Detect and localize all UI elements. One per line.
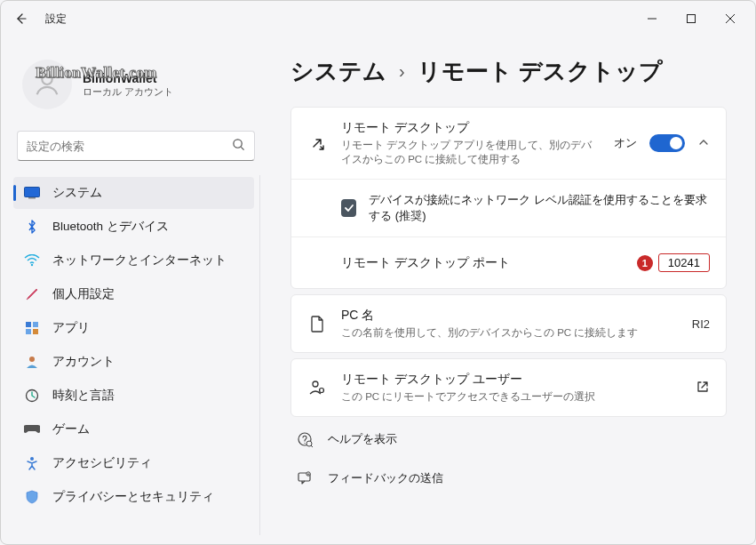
- nav-item-bluetooth[interactable]: Bluetooth とデバイス: [13, 211, 254, 243]
- svg-point-12: [29, 357, 35, 362]
- remote-title: リモート デスクトップ: [341, 120, 600, 136]
- window-title: 設定: [45, 12, 67, 27]
- remote-desktop-row[interactable]: リモート デスクトップ リモート デスクトップ アプリを使用して、別のデバイスか…: [291, 108, 726, 179]
- accessibility-icon: [24, 455, 40, 471]
- svg-rect-9: [33, 322, 38, 327]
- annotation-badge: 1: [637, 255, 653, 271]
- pc-name-row: PC 名 この名前を使用して、別のデバイスからこの PC に接続します RI2: [291, 295, 726, 352]
- nav-label: Bluetooth とデバイス: [52, 219, 169, 235]
- pcname-desc: この名前を使用して、別のデバイスからこの PC に接続します: [341, 325, 678, 340]
- nav-label: アカウント: [52, 354, 115, 370]
- svg-point-15: [313, 381, 318, 387]
- feedback-label: フィードバックの送信: [328, 470, 443, 486]
- nav-item-system[interactable]: システム: [13, 177, 254, 209]
- remote-icon: [307, 134, 327, 152]
- svg-rect-6: [28, 197, 36, 199]
- gamepad-icon: [24, 421, 40, 437]
- nla-checkbox[interactable]: [341, 199, 356, 217]
- users-title: リモート デスクトップ ユーザー: [341, 372, 681, 388]
- chevron-up-icon[interactable]: [697, 136, 710, 151]
- help-icon: [296, 431, 314, 447]
- remote-toggle[interactable]: [649, 134, 685, 152]
- svg-rect-1: [688, 15, 696, 23]
- nla-row[interactable]: デバイスが接続にネットワーク レベル認証を使用することを要求する (推奨): [291, 180, 726, 236]
- nav-label: システム: [52, 185, 102, 201]
- feedback-link[interactable]: フィードバックの送信: [290, 461, 727, 495]
- close-button[interactable]: [711, 5, 750, 32]
- svg-point-14: [30, 457, 34, 461]
- minimize-button[interactable]: [633, 5, 672, 32]
- clock-icon: [24, 388, 40, 404]
- users-card[interactable]: リモート デスクトップ ユーザー この PC にリモートでアクセスできるユーザー…: [290, 358, 727, 417]
- users-desc: この PC にリモートでアクセスできるユーザーの選択: [341, 389, 681, 404]
- nav-item-network[interactable]: ネットワークとインターネット: [13, 244, 254, 277]
- search-input[interactable]: [27, 140, 232, 153]
- chevron-right-icon: ›: [399, 61, 405, 82]
- nav-item-accessibility[interactable]: アクセシビリティ: [13, 447, 254, 479]
- svg-line-4: [241, 147, 243, 149]
- nla-label: デバイスが接続にネットワーク レベル認証を使用することを要求する (推奨): [369, 192, 710, 224]
- nav-label: ゲーム: [52, 421, 90, 437]
- svg-point-23: [308, 473, 309, 474]
- svg-point-18: [304, 443, 305, 444]
- toggle-state: オン: [614, 135, 637, 151]
- nav-item-time[interactable]: 時刻と言語: [13, 380, 254, 412]
- svg-rect-11: [33, 329, 38, 334]
- pcname-value: RI2: [692, 317, 710, 331]
- svg-point-7: [31, 264, 33, 266]
- wifi-icon: [24, 252, 40, 268]
- nav-label: 個人用設定: [52, 286, 115, 302]
- nav-item-personalize[interactable]: 個人用設定: [13, 278, 254, 310]
- breadcrumb-parent[interactable]: システム: [290, 56, 386, 87]
- nav-label: ネットワークとインターネット: [52, 252, 227, 268]
- nav-list: システム Bluetooth とデバイス ネットワークとインターネット 個人用設…: [13, 175, 260, 535]
- shield-icon: [24, 489, 40, 505]
- nav-item-gaming[interactable]: ゲーム: [13, 413, 254, 445]
- nav-label: アプリ: [52, 320, 90, 336]
- nav-label: 時刻と言語: [52, 388, 115, 404]
- nav-item-privacy[interactable]: プライバシーとセキュリティ: [13, 481, 254, 513]
- remote-desc: リモート デスクトップ アプリを使用して、別のデバイスからこの PC に接続して…: [341, 138, 600, 166]
- avatar: [22, 60, 72, 109]
- titlebar: 設定: [1, 1, 755, 36]
- nav-label: プライバシーとセキュリティ: [52, 489, 214, 505]
- nav-item-account[interactable]: アカウント: [13, 346, 254, 378]
- svg-point-22: [306, 472, 310, 476]
- pc-name-card: PC 名 この名前を使用して、別のデバイスからこの PC に接続します RI2: [290, 294, 727, 353]
- svg-rect-5: [25, 188, 40, 197]
- maximize-button[interactable]: [672, 5, 711, 32]
- remote-desktop-card: リモート デスクトップ リモート デスクトップ アプリを使用して、別のデバイスか…: [290, 107, 727, 289]
- page-title: リモート デスクトップ: [418, 56, 663, 87]
- document-icon: [307, 315, 327, 333]
- svg-line-20: [311, 445, 313, 447]
- main-pane: システム › リモート デスクトップ リモート デスクトップ リモート デスクト…: [266, 36, 755, 544]
- breadcrumb: システム › リモート デスクトップ: [290, 56, 727, 87]
- bluetooth-icon: [24, 219, 40, 235]
- svg-point-3: [234, 140, 242, 148]
- users-row[interactable]: リモート デスクトップ ユーザー この PC にリモートでアクセスできるユーザー…: [291, 359, 726, 416]
- profile-sub: ローカル アカウント: [83, 85, 173, 99]
- nav-label: アクセシビリティ: [52, 455, 152, 471]
- apps-icon: [24, 320, 40, 336]
- help-label: ヘルプを表示: [328, 431, 397, 447]
- profile-name: BillionWallet: [83, 71, 173, 85]
- port-value: 10241: [658, 253, 710, 272]
- display-icon: [24, 185, 40, 201]
- brush-icon: [24, 286, 40, 302]
- svg-rect-10: [26, 329, 31, 334]
- pcname-title: PC 名: [341, 308, 678, 324]
- open-external-icon: [696, 380, 710, 397]
- search-box[interactable]: [17, 131, 255, 161]
- svg-rect-8: [26, 322, 31, 327]
- feedback-icon: [296, 470, 314, 486]
- search-icon: [232, 138, 245, 154]
- person-icon: [24, 354, 40, 370]
- user-cog-icon: [307, 379, 327, 397]
- sidebar: BillionWallet ローカル アカウント システム Bluetooth …: [1, 36, 266, 544]
- nav-item-apps[interactable]: アプリ: [13, 312, 254, 344]
- profile-block[interactable]: BillionWallet ローカル アカウント: [13, 54, 260, 115]
- help-link[interactable]: ヘルプを表示: [290, 422, 727, 456]
- port-row: リモート デスクトップ ポート 1 10241: [291, 236, 726, 288]
- svg-point-2: [42, 75, 52, 84]
- back-button[interactable]: [6, 4, 35, 33]
